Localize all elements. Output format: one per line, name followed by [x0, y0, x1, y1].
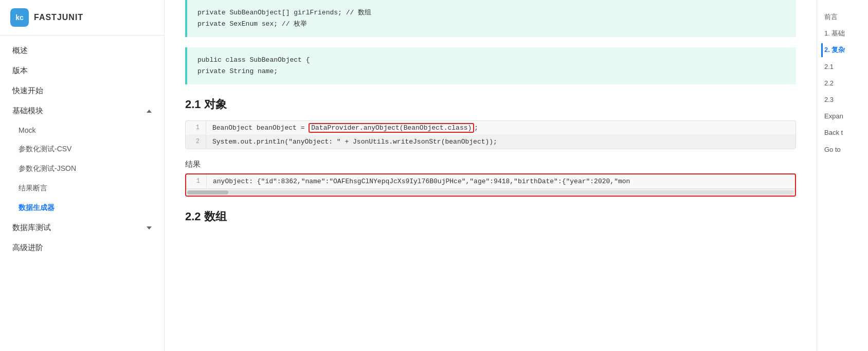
- sidebar-item-quickstart[interactable]: 快速开始: [0, 81, 164, 101]
- toc-item-back[interactable]: Back t: [821, 126, 864, 139]
- sidebar-nav: 概述 版本 快速开始 基础模块 Mock 参数化测试-CSV 参数化测试-JSO…: [0, 36, 164, 263]
- code-green-line-1: public class SubBeanObject {: [197, 55, 786, 66]
- sidebar-item-version[interactable]: 版本: [0, 61, 164, 81]
- chevron-down-icon: [147, 226, 152, 230]
- line-code-1: BeanObject beanObject = DataProvider.any…: [206, 121, 484, 135]
- scrollbar-thumb[interactable]: [187, 190, 228, 195]
- sidebar-item-json[interactable]: 参数化测试-JSON: [0, 159, 164, 179]
- right-toc: 前言 1. 基础 2. 复杂 2.1 2.2 2.3 Expan Back t …: [817, 0, 868, 351]
- sidebar: kc FASTJUNIT 概述 版本 快速开始 基础模块 Mock 参数化测试-…: [0, 0, 165, 351]
- toc-item-2-3[interactable]: 2.3: [821, 93, 864, 107]
- result-line-row-1: 1 anyObject: {"id":8362,"name":"OAFEhsgC…: [186, 174, 795, 188]
- logo-icon: kc: [10, 8, 29, 27]
- result-label: 结果: [185, 160, 796, 169]
- toc-item-complex[interactable]: 2. 复杂: [821, 43, 864, 57]
- code-block-green: public class SubBeanObject { private Str…: [185, 47, 796, 84]
- sidebar-item-overview[interactable]: 概述: [0, 41, 164, 61]
- toc-item-basic[interactable]: 1. 基础: [821, 27, 864, 40]
- code-line-row-2: 2 System.out.println("anyObject: " + Jso…: [186, 135, 795, 149]
- line-num-2: 2: [186, 135, 206, 148]
- code-line-1: private SubBeanObject[] girlFriends; // …: [197, 7, 786, 19]
- section-2-2-title: 2.2 数组: [185, 209, 796, 224]
- code-block-top: private SubBeanObject[] girlFriends; // …: [185, 0, 796, 37]
- sidebar-header: kc FASTJUNIT: [0, 0, 164, 36]
- section-2-1-title: 2.1 对象: [185, 97, 796, 112]
- sidebar-section-dbtest[interactable]: 数据库测试: [0, 218, 164, 238]
- code-line-2: private SexEnum sex; // 枚举: [197, 19, 786, 30]
- sidebar-item-csv[interactable]: 参数化测试-CSV: [0, 139, 164, 159]
- toc-item-goto[interactable]: Go to: [821, 143, 864, 156]
- toc-item-2-2[interactable]: 2.2: [821, 77, 864, 90]
- app-title: FASTJUNIT: [34, 13, 83, 22]
- scrollbar-track[interactable]: [187, 190, 794, 195]
- main-content: private SubBeanObject[] girlFriends; // …: [165, 0, 817, 351]
- code-line-row-1: 1 BeanObject beanObject = DataProvider.a…: [186, 121, 795, 135]
- result-line-code-1: anyObject: {"id":8362,"name":"OAFEhsgClN…: [207, 174, 636, 188]
- sidebar-item-advanced[interactable]: 高级进阶: [0, 238, 164, 258]
- toc-item-preface[interactable]: 前言: [821, 10, 864, 24]
- highlight-dataprovider: DataProvider.anyObject(BeanObject.class): [309, 123, 474, 133]
- chevron-up-icon: [147, 110, 152, 113]
- result-line-num-1: 1: [186, 174, 207, 188]
- line-code-2: System.out.println("anyObject: " + JsonU…: [206, 135, 503, 149]
- sidebar-item-assert[interactable]: 结果断言: [0, 179, 164, 198]
- sidebar-item-datagen[interactable]: 数据生成器: [0, 198, 164, 218]
- toc-item-2-1[interactable]: 2.1: [821, 60, 864, 74]
- scrollbar-row[interactable]: [186, 188, 795, 196]
- toc-item-expand[interactable]: Expan: [821, 110, 864, 123]
- sidebar-item-mock[interactable]: Mock: [0, 121, 164, 139]
- line-num-1: 1: [186, 121, 206, 134]
- sidebar-section-basic[interactable]: 基础模块: [0, 101, 164, 121]
- code-green-line-2: private String name;: [197, 66, 786, 77]
- code-result-block: 1 anyObject: {"id":8362,"name":"OAFEhsgC…: [185, 173, 796, 197]
- code-block-2-1: 1 BeanObject beanObject = DataProvider.a…: [185, 120, 796, 149]
